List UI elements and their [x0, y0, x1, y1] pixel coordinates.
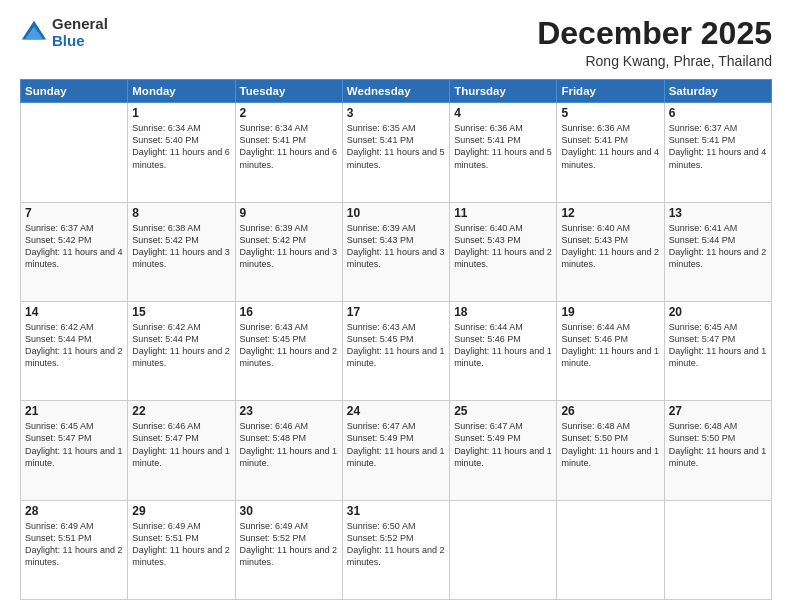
cell-sunset: Sunset: 5:42 PM [240, 235, 307, 245]
cell-daylight: Daylight: 11 hours and 1 minute. [561, 346, 659, 368]
day-number: 21 [25, 404, 123, 418]
day-number: 24 [347, 404, 445, 418]
cell-sunset: Sunset: 5:51 PM [25, 533, 92, 543]
day-number: 22 [132, 404, 230, 418]
cell-daylight: Daylight: 11 hours and 2 minutes. [132, 346, 230, 368]
cell-sunset: Sunset: 5:47 PM [669, 334, 736, 344]
cell-daylight: Daylight: 11 hours and 5 minutes. [454, 147, 552, 169]
cell-daylight: Daylight: 11 hours and 5 minutes. [347, 147, 445, 169]
page: General Blue December 2025 Rong Kwang, P… [0, 0, 792, 612]
cell-sunset: Sunset: 5:49 PM [454, 433, 521, 443]
day-number: 12 [561, 206, 659, 220]
day-number: 27 [669, 404, 767, 418]
day-number: 6 [669, 106, 767, 120]
calendar-cell: 17Sunrise: 6:43 AMSunset: 5:45 PMDayligh… [342, 301, 449, 400]
day-number: 3 [347, 106, 445, 120]
logo-blue-text: Blue [52, 33, 108, 50]
cell-daylight: Daylight: 11 hours and 6 minutes. [240, 147, 338, 169]
calendar-cell: 12Sunrise: 6:40 AMSunset: 5:43 PMDayligh… [557, 202, 664, 301]
calendar-cell: 10Sunrise: 6:39 AMSunset: 5:43 PMDayligh… [342, 202, 449, 301]
cell-sunset: Sunset: 5:43 PM [454, 235, 521, 245]
logo-icon [20, 19, 48, 47]
cell-sunrise: Sunrise: 6:45 AM [669, 322, 738, 332]
day-number: 29 [132, 504, 230, 518]
cell-daylight: Daylight: 11 hours and 6 minutes. [132, 147, 230, 169]
calendar-cell: 31Sunrise: 6:50 AMSunset: 5:52 PMDayligh… [342, 500, 449, 599]
cell-sunrise: Sunrise: 6:37 AM [669, 123, 738, 133]
cell-daylight: Daylight: 11 hours and 1 minute. [347, 446, 445, 468]
cell-sunrise: Sunrise: 6:43 AM [240, 322, 309, 332]
calendar-cell [450, 500, 557, 599]
day-number: 13 [669, 206, 767, 220]
cell-sunset: Sunset: 5:41 PM [561, 135, 628, 145]
calendar-cell: 25Sunrise: 6:47 AMSunset: 5:49 PMDayligh… [450, 401, 557, 500]
day-number: 31 [347, 504, 445, 518]
day-number: 4 [454, 106, 552, 120]
cell-sunset: Sunset: 5:46 PM [454, 334, 521, 344]
calendar-cell: 8Sunrise: 6:38 AMSunset: 5:42 PMDaylight… [128, 202, 235, 301]
cell-sunset: Sunset: 5:43 PM [347, 235, 414, 245]
day-number: 30 [240, 504, 338, 518]
cell-sunset: Sunset: 5:40 PM [132, 135, 199, 145]
calendar-cell: 11Sunrise: 6:40 AMSunset: 5:43 PMDayligh… [450, 202, 557, 301]
cell-sunset: Sunset: 5:49 PM [347, 433, 414, 443]
calendar-row-2: 7Sunrise: 6:37 AMSunset: 5:42 PMDaylight… [21, 202, 772, 301]
calendar-cell: 7Sunrise: 6:37 AMSunset: 5:42 PMDaylight… [21, 202, 128, 301]
calendar-cell: 14Sunrise: 6:42 AMSunset: 5:44 PMDayligh… [21, 301, 128, 400]
cell-sunset: Sunset: 5:43 PM [561, 235, 628, 245]
logo-text: General Blue [52, 16, 108, 49]
calendar-cell: 19Sunrise: 6:44 AMSunset: 5:46 PMDayligh… [557, 301, 664, 400]
calendar-cell: 15Sunrise: 6:42 AMSunset: 5:44 PMDayligh… [128, 301, 235, 400]
day-number: 17 [347, 305, 445, 319]
day-number: 2 [240, 106, 338, 120]
cell-sunset: Sunset: 5:41 PM [240, 135, 307, 145]
cell-daylight: Daylight: 11 hours and 1 minute. [454, 446, 552, 468]
cell-sunrise: Sunrise: 6:39 AM [240, 223, 309, 233]
day-number: 25 [454, 404, 552, 418]
cell-sunset: Sunset: 5:44 PM [669, 235, 736, 245]
cell-sunrise: Sunrise: 6:42 AM [132, 322, 201, 332]
cell-sunrise: Sunrise: 6:42 AM [25, 322, 94, 332]
cell-sunrise: Sunrise: 6:35 AM [347, 123, 416, 133]
day-number: 10 [347, 206, 445, 220]
day-number: 9 [240, 206, 338, 220]
calendar-cell: 22Sunrise: 6:46 AMSunset: 5:47 PMDayligh… [128, 401, 235, 500]
cell-sunrise: Sunrise: 6:49 AM [25, 521, 94, 531]
cell-daylight: Daylight: 11 hours and 1 minute. [347, 346, 445, 368]
day-number: 1 [132, 106, 230, 120]
th-saturday: Saturday [664, 80, 771, 103]
cell-daylight: Daylight: 11 hours and 4 minutes. [561, 147, 659, 169]
calendar-cell [21, 103, 128, 202]
cell-sunrise: Sunrise: 6:46 AM [132, 421, 201, 431]
calendar-cell [664, 500, 771, 599]
cell-daylight: Daylight: 11 hours and 2 minutes. [25, 545, 123, 567]
calendar-cell: 1Sunrise: 6:34 AMSunset: 5:40 PMDaylight… [128, 103, 235, 202]
calendar-cell: 24Sunrise: 6:47 AMSunset: 5:49 PMDayligh… [342, 401, 449, 500]
calendar-cell [557, 500, 664, 599]
calendar-cell: 3Sunrise: 6:35 AMSunset: 5:41 PMDaylight… [342, 103, 449, 202]
calendar-cell: 13Sunrise: 6:41 AMSunset: 5:44 PMDayligh… [664, 202, 771, 301]
logo: General Blue [20, 16, 108, 49]
day-number: 26 [561, 404, 659, 418]
calendar-cell: 23Sunrise: 6:46 AMSunset: 5:48 PMDayligh… [235, 401, 342, 500]
th-sunday: Sunday [21, 80, 128, 103]
cell-sunset: Sunset: 5:45 PM [347, 334, 414, 344]
cell-daylight: Daylight: 11 hours and 1 minute. [454, 346, 552, 368]
month-title: December 2025 [537, 16, 772, 51]
th-wednesday: Wednesday [342, 80, 449, 103]
weekday-header-row: Sunday Monday Tuesday Wednesday Thursday… [21, 80, 772, 103]
cell-sunset: Sunset: 5:42 PM [132, 235, 199, 245]
cell-daylight: Daylight: 11 hours and 1 minute. [669, 346, 767, 368]
cell-sunset: Sunset: 5:41 PM [669, 135, 736, 145]
cell-daylight: Daylight: 11 hours and 4 minutes. [669, 147, 767, 169]
cell-sunrise: Sunrise: 6:34 AM [240, 123, 309, 133]
day-number: 8 [132, 206, 230, 220]
cell-sunset: Sunset: 5:47 PM [25, 433, 92, 443]
th-friday: Friday [557, 80, 664, 103]
cell-daylight: Daylight: 11 hours and 2 minutes. [25, 346, 123, 368]
day-number: 14 [25, 305, 123, 319]
cell-sunset: Sunset: 5:44 PM [25, 334, 92, 344]
day-number: 5 [561, 106, 659, 120]
calendar-cell: 4Sunrise: 6:36 AMSunset: 5:41 PMDaylight… [450, 103, 557, 202]
cell-daylight: Daylight: 11 hours and 2 minutes. [240, 545, 338, 567]
